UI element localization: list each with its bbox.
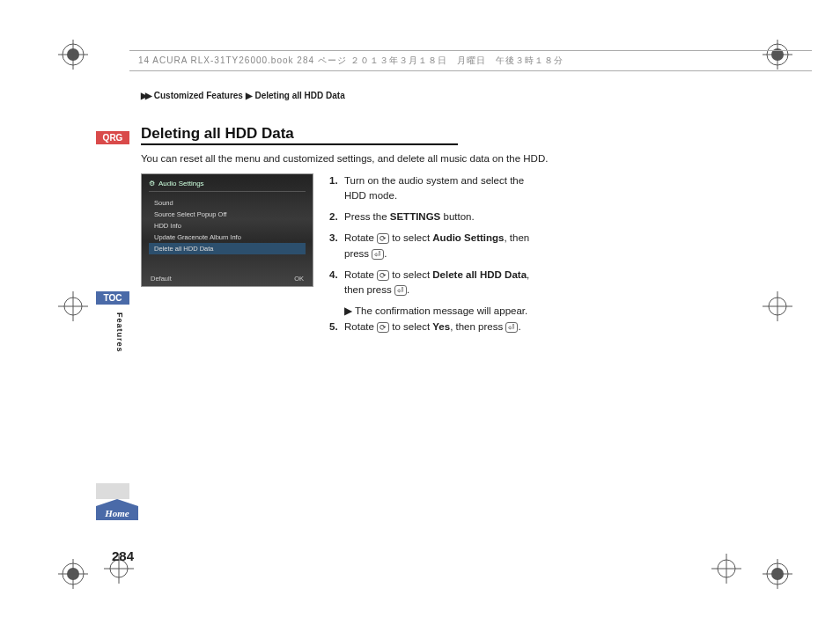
step-text: Press the SETTINGS button. [344, 209, 534, 225]
instruction-step: 2.Press the SETTINGS button. [329, 209, 534, 225]
instruction-step: 4.Rotate ⟳ to select Delete all HDD Data… [329, 268, 534, 299]
step-number: 1. [329, 173, 344, 205]
press-button-icon: ⏎ [505, 322, 518, 333]
breadcrumb-level-2: Deleting all HDD Data [254, 91, 344, 100]
step-number: 5. [329, 320, 344, 335]
tab-home[interactable]: Home [96, 506, 138, 520]
breadcrumb: ▶▶ Customized Features ▶ Deleting all HD… [141, 91, 678, 100]
page-title: Deleting all HDD Data [141, 125, 458, 145]
screenshot-audio-settings: ⚙ Audio Settings SoundSource Select Popu… [141, 173, 313, 287]
crop-mark-icon [763, 291, 792, 321]
instruction-step: 1.Turn on the audio system and select th… [329, 173, 534, 205]
section-side-label: Features [115, 312, 124, 353]
manual-page: 14 ACURA RLX-31TY26000.book 284 ページ ２０１３… [28, 13, 812, 577]
gear-icon: ⚙ [149, 180, 155, 187]
breadcrumb-level-1: Customized Features [154, 91, 243, 100]
screenshot-menu-row: HDD Info [149, 220, 306, 231]
tab-toc[interactable]: TOC [96, 291, 129, 305]
press-button-icon: ⏎ [372, 249, 384, 260]
screenshot-footer-left: Default [151, 275, 172, 283]
step-subnote: ▶ The confirmation message will appear. [344, 304, 534, 320]
instruction-steps: 1.Turn on the audio system and select th… [329, 173, 534, 341]
step-text: Rotate ⟳ to select Yes, then press ⏎. [344, 320, 534, 335]
screenshot-title: Audio Settings [158, 180, 204, 187]
breadcrumb-arrow-icon: ▶ [246, 91, 253, 100]
step-text: Rotate ⟳ to select Audio Settings, then … [344, 231, 534, 262]
step-text: Rotate ⟳ to select Delete all HDD Data, … [344, 268, 534, 299]
screenshot-menu-row: Source Select Popup Off [149, 209, 306, 220]
step-number: 2. [329, 209, 344, 225]
step-number: 4. [329, 268, 344, 299]
tab-qrg[interactable]: QRG [96, 131, 129, 144]
content-area: ▶▶ Customized Features ▶ Deleting all HD… [141, 91, 678, 341]
screenshot-menu-row: Sound [149, 197, 306, 209]
breadcrumb-arrow-icon: ▶▶ [141, 91, 150, 100]
crop-mark-icon [763, 559, 792, 589]
print-header: 14 ACURA RLX-31TY26000.book 284 ページ ２０１３… [129, 50, 812, 71]
step-text: Turn on the audio system and select the … [344, 173, 534, 205]
crop-mark-icon [711, 554, 741, 584]
instruction-step: 5.Rotate ⟳ to select Yes, then press ⏎. [329, 320, 534, 335]
tab-empty [96, 483, 129, 499]
intro-text: You can reset all the menu and customize… [141, 152, 555, 166]
crop-mark-icon [58, 291, 88, 321]
screenshot-menu-row: Delete all HDD Data [149, 243, 306, 254]
screenshot-menu-row: Update Gracenote Album Info [149, 231, 306, 243]
press-button-icon: ⏎ [394, 285, 407, 296]
instruction-step: 3.Rotate ⟳ to select Audio Settings, the… [329, 231, 534, 262]
step-number: 3. [329, 231, 344, 262]
rotate-dial-icon: ⟳ [377, 270, 389, 281]
screenshot-footer-right: OK [294, 275, 304, 283]
crop-mark-icon [58, 559, 88, 589]
crop-mark-icon [58, 40, 88, 70]
rotate-dial-icon: ⟳ [377, 233, 389, 244]
page-number: 284 [112, 548, 134, 563]
rotate-dial-icon: ⟳ [377, 322, 389, 333]
